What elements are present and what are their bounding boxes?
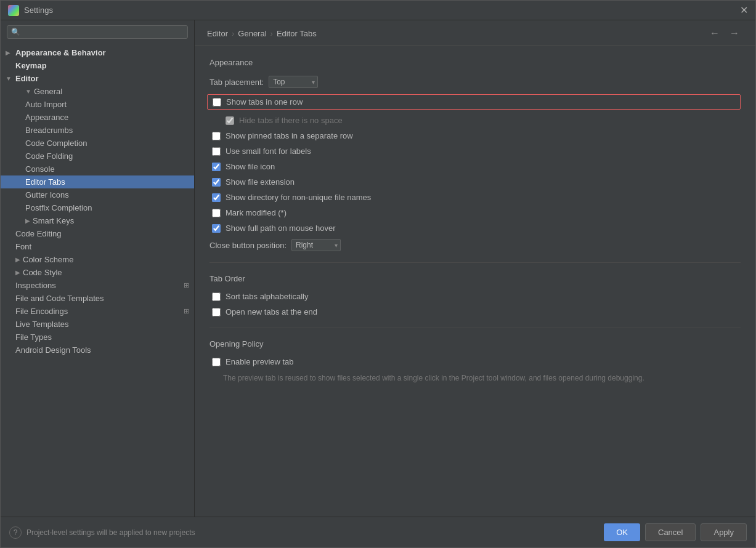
opening-policy-section-title: Opening Policy bbox=[209, 339, 741, 349]
sidebar-item-general[interactable]: ▼ General bbox=[1, 85, 194, 98]
sort-tabs-alpha-row: Sort tabs alphabetically bbox=[209, 292, 741, 301]
sidebar-item-postfix-completion[interactable]: Postfix Completion bbox=[1, 201, 194, 214]
sort-tabs-alpha-label[interactable]: Sort tabs alphabetically bbox=[226, 292, 308, 301]
sidebar-item-file-encodings[interactable]: File Encodings ⊞ bbox=[1, 305, 194, 318]
sidebar-item-code-editing[interactable]: Code Editing bbox=[1, 227, 194, 240]
search-icon: 🔍 bbox=[11, 28, 20, 36]
show-pinned-separate-checkbox[interactable] bbox=[212, 132, 221, 140]
sort-tabs-alpha-checkbox[interactable] bbox=[212, 292, 221, 301]
help-button[interactable]: ? bbox=[9, 526, 22, 539]
sidebar-item-code-style[interactable]: ▶ Code Style bbox=[1, 266, 194, 279]
sidebar-item-file-code-templates[interactable]: File and Code Templates bbox=[1, 292, 194, 305]
mark-modified-checkbox[interactable] bbox=[212, 209, 221, 217]
show-directory-checkbox[interactable] bbox=[212, 193, 221, 202]
show-tabs-one-row-label[interactable]: Show tabs in one row bbox=[226, 97, 303, 107]
show-file-icon-label[interactable]: Show file icon bbox=[226, 162, 275, 171]
gear-icon: ⊞ bbox=[184, 307, 189, 315]
sidebar-item-label: Console bbox=[25, 164, 55, 174]
ok-button[interactable]: OK bbox=[604, 523, 640, 541]
apply-button[interactable]: Apply bbox=[701, 523, 747, 541]
sidebar-item-keymap[interactable]: Keymap bbox=[1, 59, 194, 72]
gear-icon: ⊞ bbox=[184, 281, 189, 289]
show-directory-row: Show directory for non-unique file names bbox=[209, 193, 741, 202]
sidebar-item-appearance[interactable]: Appearance bbox=[1, 111, 194, 124]
show-pinned-separate-label[interactable]: Show pinned tabs in a separate row bbox=[226, 131, 353, 140]
close-button-select-wrapper[interactable]: Right Left Hidden bbox=[291, 239, 341, 251]
search-box[interactable]: 🔍 bbox=[7, 25, 188, 39]
show-tabs-one-row-row: Show tabs in one row bbox=[207, 94, 741, 110]
show-full-path-row: Show full path on mouse hover bbox=[209, 224, 741, 233]
arrow-small: ▶ bbox=[15, 256, 20, 263]
open-new-tabs-end-label[interactable]: Open new tabs at the end bbox=[226, 307, 317, 316]
enable-preview-tab-checkbox[interactable] bbox=[212, 358, 221, 366]
forward-button[interactable]: → bbox=[726, 26, 743, 40]
show-file-icon-checkbox[interactable] bbox=[212, 163, 221, 171]
content-panel: Editor › General › Editor Tabs ← → Appea… bbox=[195, 20, 755, 517]
sidebar-item-label: ▶ Code Style bbox=[15, 268, 62, 277]
sidebar-item-auto-import[interactable]: Auto Import bbox=[1, 98, 194, 111]
tab-placement-label: Tab placement: bbox=[209, 78, 264, 87]
mark-modified-label[interactable]: Mark modified (*) bbox=[226, 208, 287, 217]
sidebar-item-editor[interactable]: ▼ Editor bbox=[1, 72, 194, 85]
arrow-small: ▶ bbox=[25, 217, 30, 224]
show-file-icon-row: Show file icon bbox=[209, 162, 741, 171]
nav-arrows: ← → bbox=[706, 26, 743, 40]
close-button-row: Close button position: Right Left Hidden bbox=[209, 239, 741, 251]
sidebar-item-label: File and Code Templates bbox=[15, 294, 104, 303]
sidebar-item-appearance-behavior[interactable]: ▶ Appearance & Behavior bbox=[1, 46, 194, 59]
sidebar-item-code-completion[interactable]: Code Completion bbox=[1, 137, 194, 150]
search-input[interactable] bbox=[23, 28, 184, 36]
sidebar-item-smart-keys[interactable]: ▶ Smart Keys bbox=[1, 214, 194, 227]
arrow-small: ▶ bbox=[15, 269, 20, 276]
tab-placement-select[interactable]: Top Bottom Left Right None bbox=[269, 76, 318, 88]
sidebar-item-inspections[interactable]: Inspections ⊞ bbox=[1, 279, 194, 292]
breadcrumb-sep2: › bbox=[270, 29, 273, 38]
back-button[interactable]: ← bbox=[706, 26, 723, 40]
window-title: Settings bbox=[24, 6, 53, 15]
hide-tabs-no-space-checkbox[interactable] bbox=[226, 116, 234, 125]
show-file-extension-label[interactable]: Show file extension bbox=[226, 177, 295, 187]
divider-1 bbox=[209, 262, 741, 263]
enable-preview-tab-label[interactable]: Enable preview tab bbox=[226, 357, 294, 366]
bottom-buttons: OK Cancel Apply bbox=[604, 523, 747, 541]
open-new-tabs-end-checkbox[interactable] bbox=[212, 308, 221, 316]
title-bar: Settings ✕ bbox=[1, 1, 755, 20]
sidebar-item-label: Android Design Tools bbox=[15, 345, 91, 355]
use-small-font-checkbox[interactable] bbox=[212, 147, 221, 156]
appearance-section-title: Appearance bbox=[209, 58, 741, 67]
sidebar-item-label: Inspections bbox=[15, 281, 56, 290]
show-full-path-checkbox[interactable] bbox=[212, 224, 221, 233]
sidebar-item-android-design-tools[interactable]: Android Design Tools bbox=[1, 344, 194, 357]
sidebar-item-label: File Types bbox=[15, 332, 52, 342]
cancel-button[interactable]: Cancel bbox=[645, 523, 696, 541]
sidebar-item-color-scheme[interactable]: ▶ Color Scheme bbox=[1, 253, 194, 266]
sidebar-item-label: Appearance bbox=[25, 113, 68, 122]
hide-tabs-no-space-row: Hide tabs if there is no space bbox=[209, 116, 741, 125]
show-full-path-label[interactable]: Show full path on mouse hover bbox=[226, 224, 336, 233]
sidebar-item-font[interactable]: Font bbox=[1, 240, 194, 253]
enable-preview-tab-row: Enable preview tab bbox=[209, 357, 741, 366]
sidebar-item-label: Editor Tabs bbox=[25, 177, 65, 187]
tab-placement-select-wrapper[interactable]: Top Bottom Left Right None bbox=[269, 76, 318, 88]
sidebar-item-editor-tabs[interactable]: Editor Tabs bbox=[1, 175, 194, 188]
sidebar-item-console[interactable]: Console bbox=[1, 163, 194, 175]
nav-tree: ▶ Appearance & Behavior Keymap ▼ Editor bbox=[1, 44, 194, 517]
sidebar-item-breadcrumbs[interactable]: Breadcrumbs bbox=[1, 124, 194, 137]
sidebar-item-live-templates[interactable]: Live Templates bbox=[1, 318, 194, 331]
arrow-icon: ▼ bbox=[6, 75, 15, 82]
open-new-tabs-end-row: Open new tabs at the end bbox=[209, 307, 741, 316]
close-button[interactable]: ✕ bbox=[740, 4, 748, 16]
sidebar-item-label: Keymap bbox=[15, 61, 47, 70]
sidebar-item-label: Live Templates bbox=[15, 320, 68, 329]
use-small-font-label[interactable]: Use small font for labels bbox=[226, 147, 311, 156]
breadcrumb-general: General bbox=[238, 29, 266, 38]
sidebar-item-label: File Encodings bbox=[15, 307, 68, 316]
show-directory-label[interactable]: Show directory for non-unique file names bbox=[226, 193, 371, 202]
sidebar-item-file-types[interactable]: File Types bbox=[1, 331, 194, 344]
show-tabs-one-row-checkbox[interactable] bbox=[213, 98, 221, 107]
sidebar-item-code-folding[interactable]: Code Folding bbox=[1, 150, 194, 163]
close-button-select[interactable]: Right Left Hidden bbox=[291, 239, 341, 251]
sidebar-item-label: Font bbox=[15, 242, 31, 251]
sidebar-item-gutter-icons[interactable]: Gutter Icons bbox=[1, 188, 194, 201]
show-file-extension-checkbox[interactable] bbox=[212, 178, 221, 187]
